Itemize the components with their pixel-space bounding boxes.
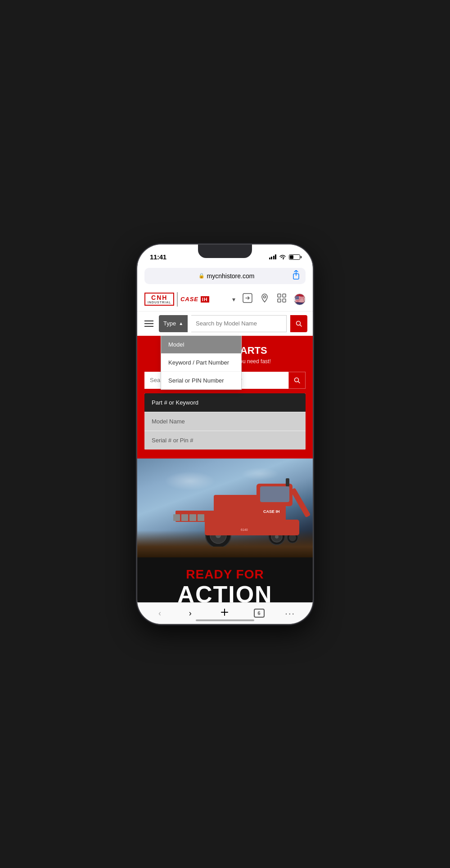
login-icon[interactable]: [243, 293, 252, 305]
forward-button[interactable]: ›: [185, 605, 195, 622]
type-menu-item-keyword[interactable]: Keyword / Part Number: [161, 354, 241, 372]
grid-icon[interactable]: [277, 293, 287, 305]
machine-image-section: CASE IH 6140: [137, 458, 313, 557]
url-domain: mycnhistore.com: [207, 272, 255, 280]
search-suggestions: Part # or Keyword Model Name Serial # or…: [144, 393, 306, 450]
svg-rect-3: [278, 294, 281, 297]
cnh-logo: CNH INDUSTRIAL CASE IH: [144, 292, 209, 307]
type-menu: Model Keyword / Part Number Serial or PI…: [161, 336, 242, 390]
svg-rect-23: [173, 514, 180, 521]
url-text: 🔒 mycnhistore.com: [161, 272, 292, 280]
flag-icon[interactable]: 🇺🇸: [294, 294, 306, 305]
svg-rect-25: [189, 514, 196, 521]
svg-rect-20: [260, 486, 289, 502]
dropdown-chevron-icon[interactable]: ▾: [232, 296, 235, 303]
status-icons: [269, 254, 301, 260]
svg-rect-26: [198, 514, 204, 521]
more-button[interactable]: ···: [285, 608, 295, 619]
location-icon[interactable]: [260, 293, 270, 305]
svg-rect-5: [278, 299, 281, 302]
battery-icon: [289, 254, 300, 260]
svg-point-14: [275, 535, 279, 539]
svg-rect-21: [286, 478, 289, 486]
wifi-icon: [279, 254, 286, 260]
home-indicator: [196, 619, 254, 621]
tab-count: 6: [257, 610, 260, 616]
signal-bars-icon: [269, 254, 277, 259]
hero-search-button[interactable]: [288, 372, 306, 389]
url-bar[interactable]: 🔒 mycnhistore.com: [144, 268, 306, 284]
back-button[interactable]: ‹: [155, 605, 165, 622]
phone-screen: 11:41 🔒 mycnhistore.com: [137, 245, 313, 624]
logo-area: CNH INDUSTRIAL CASE IH: [144, 292, 209, 307]
nav-icons: ▾: [232, 293, 306, 305]
svg-rect-17: [205, 520, 299, 535]
search-button[interactable]: [290, 315, 307, 332]
status-time: 11:41: [150, 253, 166, 261]
website-content[interactable]: CNH INDUSTRIAL CASE IH ▾: [137, 288, 313, 602]
case-ih-brand-text: CASE IH: [180, 296, 209, 303]
model-search-input[interactable]: [191, 320, 286, 327]
svg-text:6140: 6140: [241, 528, 248, 531]
share-button[interactable]: [292, 270, 300, 282]
type-menu-item-serial[interactable]: Serial or PIN Number: [161, 372, 241, 389]
action-text: ACTION: [146, 583, 304, 602]
svg-rect-24: [181, 514, 188, 521]
svg-rect-27: [290, 488, 310, 518]
type-dropdown[interactable]: Type ▲: [159, 315, 188, 332]
harvester-image: CASE IH 6140: [173, 466, 313, 548]
suggestion-item-model[interactable]: Model Name: [144, 412, 306, 431]
suggestion-item-serial[interactable]: Serial # or Pin #: [144, 431, 306, 450]
type-menu-item-model[interactable]: Model: [161, 336, 241, 354]
search-row: Type ▲ Model Keyword / Part Number Se: [137, 312, 313, 336]
notch: [198, 245, 252, 258]
suggestion-item-part[interactable]: Part # or Keyword: [144, 393, 306, 412]
svg-rect-6: [283, 299, 286, 302]
lock-icon: 🔒: [198, 273, 205, 279]
model-search-input-wrap: [191, 315, 287, 332]
site-navbar: CNH INDUSTRIAL CASE IH ▾: [137, 288, 313, 312]
type-chevron-icon: ▲: [179, 321, 183, 326]
action-overlay: READY FOR ACTION Take on anything this s…: [137, 557, 313, 602]
svg-point-2: [264, 296, 266, 298]
type-label: Type: [163, 320, 176, 327]
hamburger-button[interactable]: [143, 319, 155, 329]
svg-rect-4: [283, 294, 286, 297]
ready-for-text: READY FOR: [146, 568, 304, 581]
tabs-button[interactable]: 6: [254, 609, 265, 618]
svg-text:CASE IH: CASE IH: [263, 509, 280, 514]
phone-frame: 11:41 🔒 mycnhistore.com: [137, 245, 313, 624]
